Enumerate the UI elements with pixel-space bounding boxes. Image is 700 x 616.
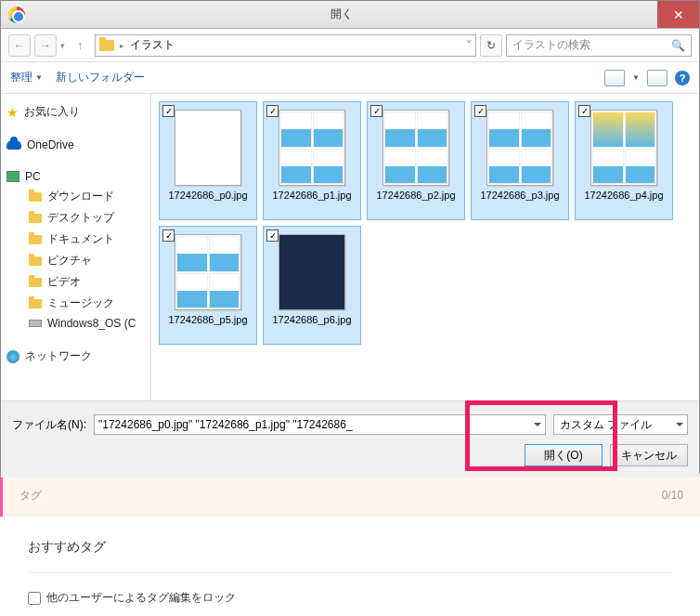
file-name: 17242686_p6.jpg (272, 314, 351, 326)
drive-icon (29, 320, 42, 327)
folder-icon (29, 256, 42, 266)
folder-icon (29, 299, 42, 308)
sidebar-item-documents[interactable]: ドキュメント (5, 229, 147, 250)
file-name: 17242686_p1.jpg (272, 190, 351, 202)
folder-icon (29, 192, 42, 202)
sidebar-item-pictures[interactable]: ピクチャ (5, 250, 147, 271)
folder-icon (29, 235, 42, 244)
path-box[interactable]: ▸ イラスト ˅ (95, 34, 476, 57)
lock-checkbox-input[interactable] (28, 592, 41, 605)
close-button[interactable]: ✕ (657, 1, 699, 28)
file-checkbox[interactable]: ✓ (578, 105, 590, 117)
file-name: 17242686_p2.jpg (376, 190, 455, 202)
chevron-right-icon: ▸ (120, 41, 124, 50)
pc-icon (6, 171, 19, 182)
bottom-panel: ファイル名(N): カスタム ファイル 開く(O) キャンセル (1, 400, 699, 478)
path-dropdown-icon[interactable]: ˅ (466, 39, 472, 52)
sidebar: ★ お気に入り OneDrive PC ダウンロード デスクトップ ドキュメント… (1, 94, 151, 400)
filetype-select[interactable]: カスタム ファイル (553, 414, 688, 435)
chevron-down-icon[interactable]: ▼ (632, 73, 640, 82)
recent-dropdown-icon[interactable]: ▾ (60, 41, 65, 50)
thumbnail (590, 110, 657, 186)
search-box[interactable]: イラストの検索 🔍 (506, 34, 692, 57)
toolbar: 整理 ▼ 新しいフォルダー ▼ ? (1, 62, 699, 94)
file-checkbox[interactable]: ✓ (474, 105, 486, 117)
sidebar-pc[interactable]: PC (5, 167, 147, 186)
lock-tags-checkbox[interactable]: 他のユーザーによるタグ編集をロック (28, 590, 672, 606)
file-item[interactable]: ✓17242686_p3.jpg (471, 101, 569, 220)
thumbnail (382, 110, 449, 186)
chevron-down-icon: ▼ (35, 73, 43, 82)
view-options-button[interactable] (604, 70, 625, 86)
filename-input[interactable] (94, 414, 546, 435)
file-open-dialog: 開く ✕ ← → ▾ ↑ ▸ イラスト ˅ ↻ イラストの検索 🔍 整理 ▼ 新… (0, 0, 700, 474)
filename-label: ファイル名(N): (12, 417, 86, 433)
cancel-button[interactable]: キャンセル (610, 444, 688, 466)
file-item[interactable]: ✓17242686_p2.jpg (367, 101, 465, 220)
underlying-page: タグ 0/10 おすすめタグ 他のユーザーによるタグ編集をロック (0, 474, 700, 616)
file-checkbox[interactable]: ✓ (266, 229, 279, 242)
file-grid[interactable]: ↖ ✓17242686_p0.jpg✓17242686_p1.jpg✓17242… (151, 94, 699, 400)
recommend-tags-heading: おすすめタグ (28, 530, 672, 561)
sidebar-item-videos[interactable]: ビデオ (5, 271, 147, 293)
help-icon[interactable]: ? (675, 71, 690, 85)
search-placeholder: イラストの検索 (512, 37, 590, 53)
file-item[interactable]: ✓17242686_p5.jpg (159, 226, 257, 345)
sidebar-onedrive[interactable]: OneDrive (5, 136, 147, 154)
thumbnail (175, 110, 241, 186)
tags-label: タグ (19, 488, 42, 504)
network-icon (6, 350, 19, 363)
file-name: 17242686_p0.jpg (168, 190, 247, 202)
folder-icon (99, 40, 114, 51)
folder-icon (29, 214, 42, 223)
sidebar-item-downloads[interactable]: ダウンロード (5, 186, 147, 207)
file-checkbox[interactable]: ✓ (370, 105, 382, 117)
thumbnail (486, 110, 553, 186)
sidebar-item-drive-c[interactable]: Windows8_OS (C (5, 314, 147, 333)
thumbnail (175, 234, 241, 310)
file-checkbox[interactable]: ✓ (266, 105, 279, 117)
search-icon: 🔍 (671, 39, 685, 52)
file-name: 17242686_p4.jpg (584, 190, 663, 202)
dialog-title: 開く (25, 7, 657, 22)
nav-row: ← → ▾ ↑ ▸ イラスト ˅ ↻ イラストの検索 🔍 (1, 29, 699, 62)
organize-button[interactable]: 整理 ▼ (10, 70, 43, 85)
star-icon: ★ (6, 105, 19, 120)
chrome-icon (8, 7, 25, 23)
sidebar-network[interactable]: ネットワーク (5, 346, 147, 367)
cloud-icon (6, 140, 21, 150)
open-button[interactable]: 開く(O) (525, 444, 603, 466)
file-item[interactable]: ✓17242686_p1.jpg (263, 101, 361, 220)
file-item[interactable]: ✓17242686_p0.jpg (159, 101, 257, 220)
back-button[interactable]: ← (8, 34, 31, 57)
file-name: 17242686_p5.jpg (168, 314, 247, 326)
refresh-button[interactable]: ↻ (480, 34, 502, 57)
tags-bar: タグ 0/10 (0, 474, 700, 517)
path-folder: イラスト (130, 37, 175, 53)
forward-button[interactable]: → (34, 34, 57, 57)
tags-count: 0/10 (662, 489, 683, 502)
sidebar-item-music[interactable]: ミュージック (5, 293, 147, 314)
file-checkbox[interactable]: ✓ (162, 229, 175, 242)
file-item[interactable]: ✓17242686_p4.jpg (575, 101, 673, 220)
thumbnail (279, 234, 345, 310)
file-name: 17242686_p3.jpg (480, 190, 559, 202)
up-button[interactable]: ↑ (69, 34, 91, 57)
folder-icon (29, 278, 42, 287)
sidebar-item-desktop[interactable]: デスクトップ (5, 207, 147, 229)
new-folder-button[interactable]: 新しいフォルダー (56, 70, 145, 85)
file-checkbox[interactable]: ✓ (162, 105, 175, 117)
file-item[interactable]: ✓17242686_p6.jpg (263, 226, 361, 345)
thumbnail (279, 110, 345, 186)
sidebar-favorites[interactable]: ★ お気に入り (5, 101, 147, 123)
titlebar: 開く ✕ (1, 1, 699, 29)
preview-pane-button[interactable] (647, 70, 668, 86)
